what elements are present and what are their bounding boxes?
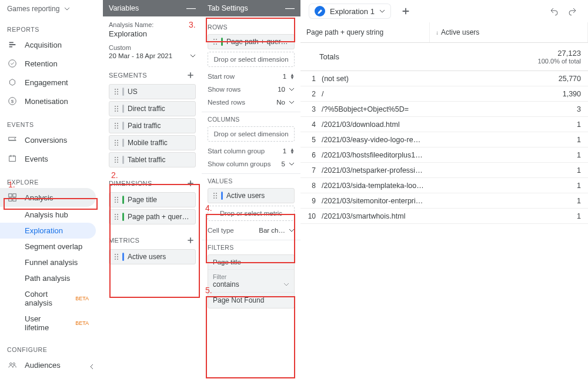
chip-tablet-traffic[interactable]: Tablet traffic [109, 152, 196, 167]
row-index: 9 [300, 197, 319, 205]
add-dimension-button[interactable] [185, 178, 196, 189]
chip-direct-traffic[interactable]: Direct traffic [109, 101, 196, 116]
chip-mobile-traffic[interactable]: Mobile traffic [109, 135, 196, 150]
nav-item-acquisition[interactable]: Acquisition [0, 35, 96, 54]
reporting-picker[interactable]: Games reporting [0, 2, 103, 15]
nav-item-audiences[interactable]: Audiences [0, 355, 96, 374]
beta-badge: BETA [75, 320, 89, 326]
retention-icon [7, 58, 18, 69]
values-chip-label: Active users [226, 192, 265, 200]
nav-item-custom-definitions[interactable]: Custom definitions [0, 374, 96, 379]
filter-value-input[interactable]: Page Not Found [208, 293, 294, 308]
date-range-picker[interactable]: 20 Mar - 18 Apr 2021 [109, 52, 196, 59]
values-chip[interactable]: Active users [208, 188, 295, 203]
row-index: 3 [300, 105, 319, 113]
rows-chip[interactable]: Page path + query s… [208, 34, 295, 49]
svg-point-34 [117, 142, 118, 143]
svg-point-28 [117, 125, 118, 126]
svg-point-60 [117, 259, 118, 260]
nav-item-monetisation[interactable]: $Monetisation [0, 92, 96, 110]
nav-sub-cohort-analysis[interactable]: Cohort analysisBETA [0, 286, 96, 311]
filter-label: Filter [213, 273, 289, 280]
column-header-active-users[interactable]: ↓ Active users [430, 22, 588, 42]
svg-point-14 [117, 89, 118, 90]
minimize-variables-button[interactable]: — [186, 5, 196, 11]
chip-color-bar [221, 192, 223, 200]
table-row[interactable]: 4/2021/03/download.html1 [300, 117, 588, 132]
row-value: 1 [430, 179, 588, 193]
reporting-picker-label: Games reporting [7, 5, 59, 13]
nav-sub-path-analysis[interactable]: Path analysis [0, 270, 96, 286]
nav-item-retention[interactable]: Retention [0, 54, 96, 73]
filter-condition-select[interactable]: contains [213, 280, 289, 289]
undo-button[interactable] [547, 4, 561, 18]
svg-point-57 [115, 256, 116, 257]
column-header-path[interactable]: Page path + query string [300, 22, 430, 42]
start-row-stepper[interactable]: 1▲▼ [283, 73, 295, 80]
add-segment-button[interactable] [185, 70, 196, 81]
table-row[interactable]: 9/2021/03/sitemonitor-enterprise-wa…1 [300, 193, 588, 209]
chip-page-title[interactable]: Page title [109, 192, 196, 207]
values-drop-zone[interactable]: Drop or select metric [208, 206, 295, 221]
row-value: 1 [430, 118, 588, 132]
svg-point-13 [115, 89, 116, 90]
row-index: 6 [300, 151, 319, 159]
nav-sub-funnel-analysis[interactable]: Funnel analysis [0, 254, 96, 270]
chip-paid-traffic[interactable]: Paid traffic [109, 118, 196, 133]
svg-point-59 [115, 259, 116, 260]
nav-item-engagement[interactable]: Engagement [0, 73, 96, 92]
monetisation-icon: $ [7, 96, 18, 106]
exploration-tab[interactable]: Exploration 1 [309, 4, 391, 19]
minimize-tab-settings-button[interactable]: — [285, 5, 295, 11]
start-column-stepper[interactable]: 1▲▼ [283, 147, 295, 155]
rows-drop-zone[interactable]: Drop or select dimension [208, 52, 295, 67]
nav-item-events[interactable]: Events [0, 149, 96, 168]
start-column-label: Start column group [208, 147, 265, 155]
add-tab-button[interactable] [398, 4, 413, 19]
nested-rows-select[interactable]: No [276, 99, 295, 106]
analysis-item[interactable]: Analysis [0, 188, 96, 207]
svg-point-15 [115, 91, 116, 92]
redo-button[interactable] [566, 4, 580, 18]
nav-sub-analysis-hub[interactable]: Analysis hub [0, 207, 96, 223]
table-row[interactable]: 7/2021/03/netsparker-professional-48…1 [300, 163, 588, 178]
table-row[interactable]: 6/2021/03/hostsfileeditorplus159.html1 [300, 147, 588, 163]
nav-sub-segment-overlap[interactable]: Segment overlap [0, 239, 96, 254]
table-row[interactable]: 8/2021/03/sida-templateka-loo-dhiso…1 [300, 178, 588, 193]
show-rows-select[interactable]: 10 [278, 86, 295, 93]
row-path: /2021/03/sitemonitor-enterprise-wa… [319, 194, 430, 208]
svg-point-51 [115, 216, 116, 217]
collapse-nav-button[interactable] [84, 359, 99, 374]
totals-label: Totals [300, 43, 430, 71]
row-value: 25,770 [430, 72, 588, 86]
variables-header: Variables — [103, 0, 202, 16]
grip-icon [213, 192, 218, 199]
add-metric-button[interactable] [185, 235, 196, 246]
svg-point-30 [117, 128, 118, 129]
svg-point-26 [117, 123, 118, 124]
chip-active-users[interactable]: Active users [109, 249, 196, 264]
table-row[interactable]: 1(not set)25,770 [300, 71, 588, 86]
columns-label: COLUMNS [208, 116, 295, 123]
show-columns-select[interactable]: 5 [282, 160, 295, 167]
chip-us[interactable]: US [109, 84, 196, 99]
svg-point-24 [117, 110, 118, 112]
row-index: 2 [300, 90, 319, 98]
filter-editor[interactable]: Page title Filter contains Page Not Foun… [208, 254, 295, 308]
columns-drop-zone[interactable]: Drop or select dimension [208, 126, 295, 142]
analysis-name-value[interactable]: Exploration [109, 29, 196, 38]
nav-item-conversions[interactable]: Conversions [0, 130, 96, 149]
table-row[interactable]: 5/2021/03/easy-video-logo-remover.h…1 [300, 132, 588, 147]
table-row[interactable]: 10/2021/03/smartwhois.html1 [300, 209, 588, 224]
table-row[interactable]: 3/?%5Bobject+Object%5D=3 [300, 102, 588, 117]
configure-section-label: CONFIGURE [0, 336, 103, 355]
cell-type-select[interactable]: Bar ch… [259, 227, 295, 234]
nav-sub-exploration[interactable]: Exploration [0, 223, 96, 239]
svg-point-61 [213, 39, 215, 40]
table-row[interactable]: 2/1,390 [300, 86, 588, 102]
events-icon [7, 153, 18, 164]
nav-sub-user-lifetime[interactable]: User lifetimeBETA [0, 311, 96, 336]
chip-page-path-query-s-[interactable]: Page path + query s… [109, 209, 196, 224]
caret-down-icon [289, 86, 295, 92]
grip-icon [114, 88, 119, 95]
